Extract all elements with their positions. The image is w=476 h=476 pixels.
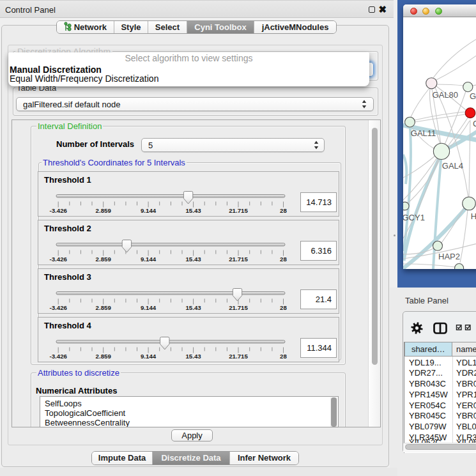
svg-text:GAL11: GAL11 [411,128,436,137]
svg-text:15.43: 15.43 [185,207,201,214]
svg-text:28: 28 [280,353,287,360]
svg-text:28: 28 [280,207,287,214]
svg-text:GA: GA [470,91,476,100]
svg-text:9.144: 9.144 [141,353,157,360]
svg-text:15.43: 15.43 [185,304,201,311]
svg-text:9.144: 9.144 [141,304,157,311]
svg-text:2.859: 2.859 [96,353,112,360]
svg-text:GCY1: GCY1 [403,213,425,222]
svg-text:GAL80: GAL80 [433,89,458,99]
svg-text:2.859: 2.859 [96,207,112,214]
svg-text:9.144: 9.144 [141,256,157,263]
svg-text:HAP2: HAP2 [438,251,460,261]
svg-text:H: H [471,211,476,220]
svg-text:28: 28 [280,256,287,263]
svg-text:15.43: 15.43 [185,256,201,263]
svg-text:-3.426: -3.426 [49,207,67,214]
svg-text:-3.426: -3.426 [49,353,67,360]
svg-text:15.43: 15.43 [185,353,201,360]
svg-text:9.144: 9.144 [141,207,157,214]
svg-text:21.715: 21.715 [229,304,248,311]
svg-text:21.715: 21.715 [229,256,248,263]
svg-text:C: C [473,118,476,128]
svg-text:21.715: 21.715 [229,353,248,360]
svg-text:2.859: 2.859 [96,256,112,263]
svg-text:21.715: 21.715 [229,207,248,214]
svg-text:-3.426: -3.426 [49,304,67,311]
svg-text:28: 28 [280,304,287,311]
svg-text:-3.426: -3.426 [49,256,67,263]
svg-text:GAL4: GAL4 [442,160,463,170]
svg-text:2.859: 2.859 [96,304,112,311]
